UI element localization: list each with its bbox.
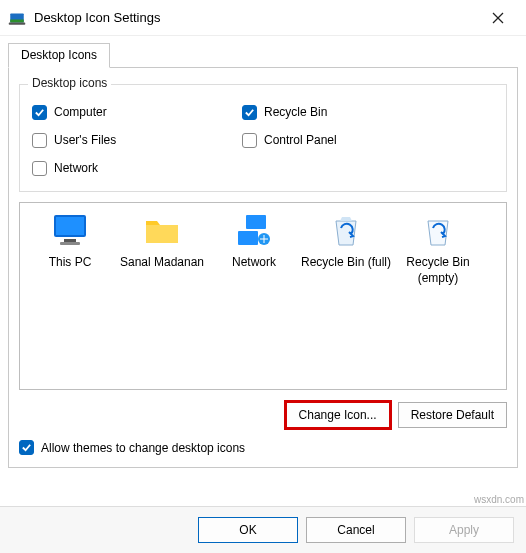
checkbox-allow-themes[interactable] — [19, 440, 34, 455]
icon-label-user-folder: Sanal Madanan — [116, 255, 208, 271]
icon-item-network[interactable]: Network — [208, 213, 300, 271]
icon-label-network: Network — [208, 255, 300, 271]
cancel-button[interactable]: Cancel — [306, 517, 406, 543]
svg-rect-6 — [56, 217, 84, 235]
recycle-bin-full-icon — [326, 213, 366, 249]
label-allow-themes: Allow themes to change desktop icons — [41, 441, 245, 455]
ok-button[interactable]: OK — [198, 517, 298, 543]
checkbox-recycle-bin[interactable] — [242, 105, 257, 120]
icon-label-recycle-empty: Recycle Bin (empty) — [392, 255, 484, 286]
close-button[interactable] — [478, 2, 518, 34]
desktop-icons-group: Desktop icons Computer Recycle Bin Us — [19, 84, 507, 192]
monitor-icon — [50, 213, 90, 249]
label-users-files: User's Files — [54, 133, 116, 147]
restore-default-button[interactable]: Restore Default — [398, 402, 507, 428]
group-title: Desktop icons — [28, 76, 111, 90]
window-icon — [8, 9, 26, 27]
folder-icon — [142, 213, 182, 249]
label-network: Network — [54, 161, 98, 175]
icon-label-this-pc: This PC — [24, 255, 116, 271]
checkbox-control-panel[interactable] — [242, 133, 257, 148]
svg-rect-2 — [9, 22, 26, 24]
network-icon — [234, 213, 274, 249]
tab-desktop-icons[interactable]: Desktop Icons — [8, 43, 110, 68]
label-computer: Computer — [54, 105, 107, 119]
svg-rect-10 — [238, 231, 258, 245]
checkbox-network[interactable] — [32, 161, 47, 176]
svg-rect-1 — [10, 19, 24, 22]
svg-rect-7 — [64, 239, 76, 242]
icon-preview-panel: This PC Sanal Madanan Network Recycle Bi… — [19, 202, 507, 390]
apply-button: Apply — [414, 517, 514, 543]
window-title: Desktop Icon Settings — [34, 10, 478, 25]
titlebar: Desktop Icon Settings — [0, 0, 526, 36]
dialog-button-bar: OK Cancel Apply — [0, 506, 526, 553]
checkbox-users-files[interactable] — [32, 133, 47, 148]
label-control-panel: Control Panel — [264, 133, 337, 147]
icon-item-this-pc[interactable]: This PC — [24, 213, 116, 271]
change-icon-button[interactable]: Change Icon... — [286, 402, 390, 428]
recycle-bin-empty-icon — [418, 213, 458, 249]
tab-panel: Desktop icons Computer Recycle Bin Us — [8, 68, 518, 468]
icon-item-recycle-empty[interactable]: Recycle Bin (empty) — [392, 213, 484, 286]
label-recycle-bin: Recycle Bin — [264, 105, 327, 119]
icon-item-user-folder[interactable]: Sanal Madanan — [116, 213, 208, 271]
tab-strip: Desktop Icons — [8, 42, 518, 68]
icon-label-recycle-full: Recycle Bin (full) — [300, 255, 392, 271]
icon-item-recycle-full[interactable]: Recycle Bin (full) — [300, 213, 392, 271]
svg-rect-9 — [246, 215, 266, 229]
checkbox-computer[interactable] — [32, 105, 47, 120]
svg-rect-8 — [60, 242, 80, 245]
watermark: wsxdn.com — [474, 494, 524, 505]
